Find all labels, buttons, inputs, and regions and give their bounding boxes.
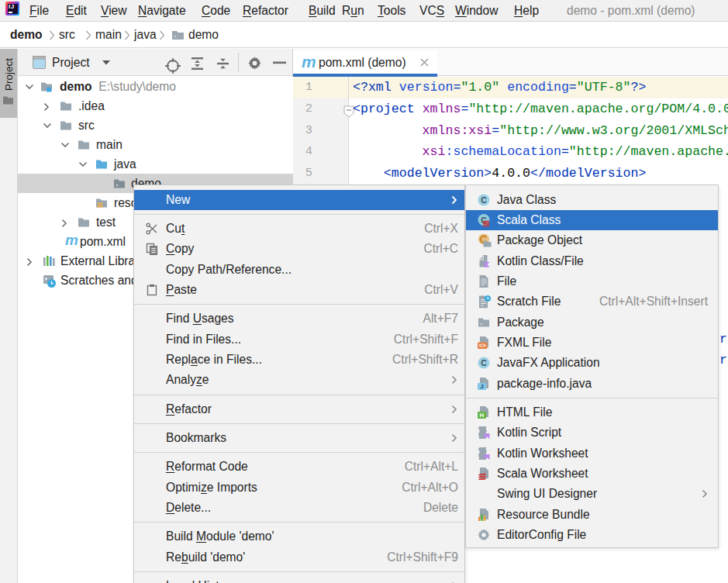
svg-text:C: C (481, 195, 487, 205)
svg-text:<>: <> (479, 342, 486, 349)
svg-text:J: J (480, 382, 483, 389)
svg-text:H: H (480, 412, 485, 419)
svg-text:C: C (481, 358, 487, 367)
